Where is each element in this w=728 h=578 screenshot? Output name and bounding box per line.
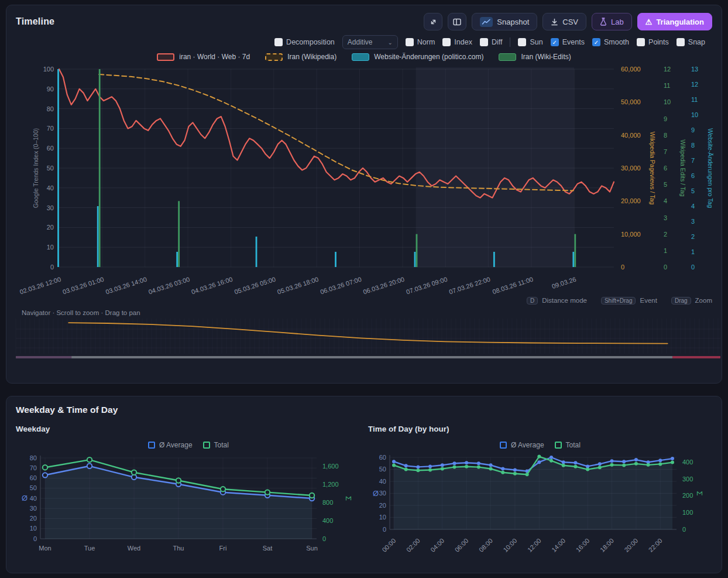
lab-button[interactable]: Lab	[592, 13, 632, 30]
checkbox-snap[interactable]: Snap	[677, 38, 705, 46]
left-axis-tick: 40	[379, 478, 386, 485]
checkbox-label: Index	[454, 38, 472, 46]
data-point	[574, 465, 577, 468]
left-axis-tick: 50	[379, 466, 386, 473]
series-swatch	[157, 53, 174, 61]
checkbox-label: Decomposition	[286, 38, 335, 46]
series-2-bar	[414, 252, 416, 267]
left-axis-tick: 0	[33, 535, 37, 542]
csv-button[interactable]: CSV	[542, 13, 586, 30]
series-swatch	[500, 442, 507, 449]
x-axis-tick: 02.03.26 12:00	[19, 275, 62, 295]
data-point	[574, 461, 577, 464]
series-3-bar	[178, 201, 180, 267]
left-axis-tick: 30	[379, 490, 386, 497]
x-axis-tick: 06.03.26 20:00	[362, 275, 406, 295]
legend-item-average[interactable]: Ø Average	[500, 441, 544, 449]
series-2-bar	[493, 252, 495, 267]
right-axis-tick: 30,000	[621, 165, 641, 172]
timeline-chart-area[interactable]: 1009080706050403020100Google Trends Inde…	[6, 64, 723, 295]
legend-item-average[interactable]: Ø Average	[148, 441, 192, 449]
snapshot-button[interactable]: Snapshot	[472, 13, 537, 30]
data-point	[622, 463, 626, 467]
weekday-chart-area[interactable]: 80706050403020100Ø1,6001,2008004000ΣMonT…	[16, 451, 361, 563]
right-axis-tick: 6	[691, 172, 695, 179]
right-axis-tick: 5	[664, 181, 667, 188]
checkbox-smooth[interactable]: ✓ Smooth	[592, 38, 629, 46]
expand-button[interactable]	[424, 13, 442, 30]
legend-item-website-changes[interactable]: Website-Änderungen (politico.com)	[352, 53, 483, 61]
chart-line-icon	[480, 17, 493, 27]
left-axis-tick: 20	[47, 224, 54, 231]
data-point	[586, 464, 589, 468]
legend-item-total[interactable]: Total	[555, 441, 581, 449]
checkbox-norm[interactable]: Norm	[406, 38, 435, 46]
right-axis-label: Website-Änderungen pro Tag	[707, 128, 714, 208]
x-axis-tick: 06.03.26 07:00	[320, 275, 363, 295]
right-axis-tick: 4	[664, 197, 667, 204]
checkbox-decomposition[interactable]: Decomposition	[274, 38, 335, 46]
download-icon	[551, 18, 558, 26]
timeofday-title: Time of Day (by hour)	[368, 425, 712, 433]
checkbox-label: Events	[562, 38, 585, 46]
split-view-button[interactable]	[448, 13, 466, 30]
key-drag: Drag	[671, 297, 691, 305]
data-point	[658, 462, 662, 466]
checkbox-index[interactable]: Index	[442, 38, 472, 46]
left-axis-symbol: Ø	[373, 489, 379, 498]
left-axis-tick: 0	[50, 264, 54, 271]
timeline-toolbar: Snapshot CSV Lab ⚠ Triangulation	[424, 13, 712, 30]
data-point	[176, 478, 181, 483]
navigator-scrubber-segment[interactable]	[16, 356, 71, 358]
checkbox-events[interactable]: ✓ Events	[551, 38, 585, 46]
legend-label: Iran (Wikipedia)	[287, 53, 336, 61]
x-axis-tick: 08:00	[478, 537, 494, 553]
navigator-scrubber-segment[interactable]	[71, 356, 672, 358]
right-axis-tick: 5	[691, 187, 695, 194]
right-axis-label: Wikipedia Pageviews / Tag	[649, 132, 656, 205]
x-axis-tick: 05.03.26 18:00	[276, 275, 320, 295]
checkbox-box	[637, 38, 645, 46]
checkbox-label: Diff	[492, 38, 503, 46]
triangulation-button[interactable]: ⚠ Triangulation	[637, 13, 712, 30]
left-axis-tick: 10	[47, 244, 54, 251]
navigator-scrubber-segment[interactable]	[672, 356, 720, 358]
legend-label: Ø Average	[511, 441, 544, 449]
right-axis-tick: 60,000	[621, 66, 641, 73]
left-axis-tick: 70	[47, 125, 54, 132]
data-point	[537, 460, 541, 464]
left-axis-tick: 80	[47, 105, 54, 112]
right-axis-tick: 1,200	[322, 481, 339, 488]
legend-item-total[interactable]: Total	[203, 441, 229, 449]
weekday-timeofday-card: Weekday & Time of Day Weekday Ø Average …	[6, 396, 722, 573]
weekday-title: Weekday	[16, 425, 361, 433]
right-axis-tick: 2	[664, 231, 667, 238]
checkbox-sun[interactable]: Sun	[518, 38, 542, 46]
chart-legend: iran · World · Web · 7d Iran (Wikipedia)…	[6, 49, 722, 64]
x-axis-tick: Fri	[219, 545, 227, 552]
navigator-svg	[6, 317, 723, 363]
left-axis-tick: 10	[30, 525, 37, 532]
timeofday-chart-area[interactable]: 6050403020100Ø4003002001000Σ00:0002:0004…	[368, 451, 712, 563]
checkbox-points[interactable]: Points	[637, 38, 669, 46]
csv-label: CSV	[562, 18, 578, 26]
legend-item-wiki-edits[interactable]: Iran (Wiki-Edits)	[499, 53, 571, 61]
right-axis-tick: 200	[682, 492, 693, 499]
left-axis-tick: 30	[30, 505, 37, 512]
checkbox-diff[interactable]: Diff	[480, 38, 503, 46]
legend-item-wikipedia[interactable]: Iran (Wikipedia)	[265, 53, 336, 61]
navigator[interactable]	[6, 317, 723, 363]
data-point	[658, 459, 662, 462]
series-swatch	[148, 442, 155, 449]
left-axis-tick: 20	[30, 515, 37, 522]
decomposition-mode-select[interactable]: Additive ⌄	[342, 35, 398, 49]
right-axis-tick: 8	[691, 142, 695, 149]
series-2-bar	[572, 252, 574, 267]
left-axis-tick: 0	[383, 526, 386, 533]
timeline-header: Timeline Snapshot	[6, 5, 722, 32]
columns-icon	[452, 18, 462, 26]
legend-item-trends[interactable]: iran · World · Web · 7d	[157, 53, 250, 61]
left-axis-tick: 40	[47, 184, 54, 191]
checkbox-box	[274, 38, 283, 46]
hint-event: Event	[640, 297, 657, 304]
